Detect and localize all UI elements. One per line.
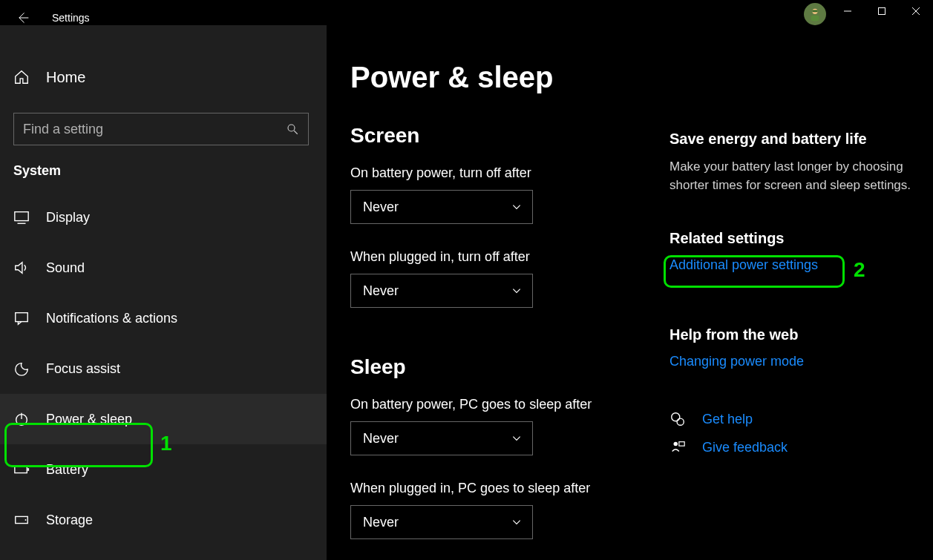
window-header: Settings: [0, 3, 90, 33]
help-from-web-heading: Help from the web: [670, 326, 922, 343]
titlebar: [0, 0, 933, 25]
svg-line-9: [294, 131, 298, 134]
focus-assist-icon: [13, 360, 30, 377]
svg-rect-10: [15, 212, 28, 221]
sidebar-home[interactable]: Home: [0, 55, 327, 99]
sidebar-item-storage[interactable]: Storage: [0, 495, 327, 545]
minimize-button[interactable]: [831, 0, 865, 22]
svg-rect-15: [15, 466, 27, 472]
sidebar-item-label: Sound: [46, 260, 85, 276]
sidebar-home-label: Home: [46, 69, 85, 86]
dropdown-value: Never: [363, 200, 399, 215]
aside-panel: Save energy and battery life Make your b…: [670, 61, 922, 560]
chevron-down-icon: [511, 202, 522, 212]
screen-heading: Screen: [350, 124, 653, 148]
sidebar-item-label: Power & sleep: [46, 412, 132, 427]
sleep-battery-label: On battery power, PC goes to sleep after: [350, 397, 653, 412]
sidebar-section-title: System: [13, 163, 327, 179]
search-icon: [286, 122, 299, 136]
svg-point-20: [677, 418, 684, 425]
svg-point-19: [672, 413, 680, 421]
energy-heading: Save energy and battery life: [670, 131, 922, 148]
dropdown-value: Never: [363, 515, 399, 530]
additional-power-settings-link[interactable]: Additional power settings: [670, 257, 818, 273]
svg-rect-16: [27, 468, 29, 471]
back-button[interactable]: [13, 9, 31, 27]
user-avatar[interactable]: [804, 3, 826, 25]
get-help-row[interactable]: Get help: [670, 411, 922, 427]
sleep-plugged-dropdown[interactable]: Never: [350, 505, 533, 539]
storage-icon: [13, 512, 30, 528]
sleep-heading: Sleep: [350, 355, 653, 379]
sidebar-item-focus-assist[interactable]: Focus assist: [0, 343, 327, 394]
sleep-plugged-label: When plugged in, PC goes to sleep after: [350, 481, 653, 496]
chevron-down-icon: [511, 286, 522, 296]
svg-rect-22: [679, 442, 684, 447]
give-feedback-row[interactable]: Give feedback: [670, 439, 922, 455]
svg-rect-2: [812, 10, 817, 13]
main-panel: Power & sleep Screen On battery power, t…: [327, 25, 933, 560]
battery-icon: [13, 461, 30, 478]
sidebar-item-label: Storage: [46, 513, 93, 528]
sidebar-item-label: Notifications & actions: [46, 311, 177, 326]
give-feedback-link[interactable]: Give feedback: [702, 440, 788, 455]
search-input[interactable]: [23, 122, 261, 137]
feedback-icon: [670, 439, 686, 455]
svg-point-21: [674, 442, 678, 447]
sidebar-item-label: Focus assist: [46, 361, 120, 377]
changing-power-mode-link[interactable]: Changing power mode: [670, 354, 804, 369]
sleep-battery-dropdown[interactable]: Never: [350, 421, 533, 455]
window-title: Settings: [52, 12, 90, 24]
sidebar-item-label: Battery: [46, 462, 88, 478]
annotation-number-2: 2: [854, 258, 865, 282]
screen-battery-label: On battery power, turn off after: [350, 165, 653, 181]
display-icon: [13, 209, 30, 225]
svg-point-18: [25, 519, 27, 521]
maximize-button[interactable]: [865, 0, 899, 22]
screen-plugged-label: When plugged in, turn off after: [350, 249, 653, 265]
sidebar-item-display[interactable]: Display: [0, 192, 327, 243]
notifications-icon: [13, 310, 30, 326]
chevron-down-icon: [511, 433, 522, 444]
sidebar-item-label: Display: [46, 210, 90, 225]
sidebar-item-sound[interactable]: Sound: [0, 243, 327, 293]
get-help-icon: [670, 411, 686, 427]
sidebar-item-notifications[interactable]: Notifications & actions: [0, 293, 327, 343]
home-icon: [13, 69, 30, 85]
sidebar: Settings Home System Display: [0, 25, 327, 560]
power-icon: [13, 411, 30, 427]
search-box[interactable]: [13, 113, 309, 145]
svg-rect-1: [811, 16, 819, 21]
related-settings-heading: Related settings: [670, 230, 922, 247]
svg-rect-4: [879, 8, 885, 15]
svg-rect-12: [16, 313, 28, 322]
chevron-down-icon: [511, 517, 522, 527]
screen-plugged-dropdown[interactable]: Never: [350, 274, 533, 308]
energy-text: Make your battery last longer by choosin…: [670, 158, 922, 194]
dropdown-value: Never: [363, 431, 399, 447]
sound-icon: [13, 260, 30, 276]
get-help-link[interactable]: Get help: [702, 412, 753, 427]
page-title: Power & sleep: [350, 61, 653, 94]
dropdown-value: Never: [363, 283, 399, 299]
close-button[interactable]: [899, 0, 933, 22]
annotation-number-1: 1: [160, 432, 172, 455]
svg-point-8: [288, 125, 295, 131]
screen-battery-dropdown[interactable]: Never: [350, 190, 533, 224]
